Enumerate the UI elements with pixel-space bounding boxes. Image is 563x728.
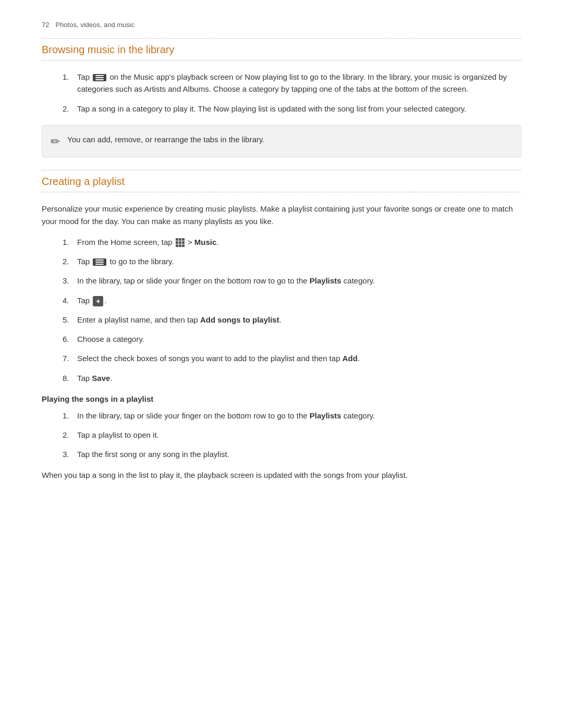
step-content: Tap the first song or any song in the pl…	[77, 448, 521, 460]
step-content: Enter a playlist name, and then tap Add …	[77, 314, 521, 326]
list-item: 2. Tap to go to the library.	[63, 255, 521, 267]
step-content: Select the check boxes of songs you want…	[77, 352, 521, 364]
add-songs-label: Add songs to playlist	[200, 315, 279, 324]
step-content: From the Home screen, tap > Music.	[77, 236, 521, 248]
plus-icon: +	[93, 296, 103, 306]
music-label: Music	[194, 238, 217, 246]
step-number: 5.	[63, 314, 77, 326]
step-content: Tap Save.	[77, 372, 521, 384]
step-number: 6.	[63, 333, 77, 345]
menu-icon	[93, 74, 106, 81]
subsection-heading: Playing the songs in a playlist	[42, 394, 521, 403]
section2-intro: Personalize your music experience by cre…	[42, 203, 521, 228]
step-number: 3.	[63, 275, 77, 287]
closing-text: When you tap a song in the list to play …	[42, 469, 521, 482]
playlists-label: Playlists	[310, 276, 341, 285]
page-header: 72 Photos, videos, and music	[42, 21, 521, 29]
step-number: 8.	[63, 372, 77, 384]
subsection-playing: Playing the songs in a playlist 1. In th…	[42, 394, 521, 482]
step-content: Choose a category.	[77, 333, 521, 345]
step-number: 1.	[63, 236, 77, 248]
step-content: In the library, tap or slide your finger…	[77, 275, 521, 287]
step-content: In the library, tap or slide your finger…	[77, 410, 521, 422]
step-content: Tap on the Music app's playback screen o…	[77, 71, 521, 95]
note-text: You can add, remove, or rearrange the ta…	[67, 134, 265, 146]
step-number: 2.	[63, 255, 77, 267]
step-number: 7.	[63, 352, 77, 364]
step-number: 3.	[63, 448, 77, 460]
step-number: 4.	[63, 294, 77, 306]
section1-title: Browsing music in the library	[42, 39, 521, 60]
section2-title: Creating a playlist	[42, 170, 521, 192]
step-number: 1.	[63, 410, 77, 422]
list-item: 2. Tap a song in a category to play it. …	[63, 103, 521, 115]
list-item: 8. Tap Save.	[63, 372, 521, 384]
section2-steps: 1. From the Home screen, tap > Music. 2.…	[63, 236, 521, 384]
list-item: 7. Select the check boxes of songs you w…	[63, 352, 521, 364]
pencil-icon: ✏	[51, 135, 60, 149]
step-content: Tap a playlist to open it.	[77, 429, 521, 441]
list-item: 5. Enter a playlist name, and then tap A…	[63, 314, 521, 326]
step-content: Tap to go to the library.	[77, 255, 521, 267]
menu-icon	[93, 258, 106, 266]
list-item: 1. In the library, tap or slide your fin…	[63, 410, 521, 422]
list-item: 6. Choose a category.	[63, 333, 521, 345]
note-box: ✏ You can add, remove, or rearrange the …	[42, 125, 521, 157]
playlists-label2: Playlists	[310, 411, 341, 420]
section-creating-playlist: Creating a playlist Personalize your mus…	[42, 170, 521, 482]
step-number: 2.	[63, 429, 77, 441]
step-content: Tap a song in a category to play it. The…	[77, 103, 521, 115]
subsection-steps: 1. In the library, tap or slide your fin…	[63, 410, 521, 461]
save-label: Save	[92, 374, 110, 382]
step-content: Tap +.	[77, 294, 521, 306]
list-item: 4. Tap +.	[63, 294, 521, 306]
list-item: 1. Tap on the Music app's playback scree…	[63, 71, 521, 95]
page-number: 72	[42, 21, 49, 29]
list-item: 2. Tap a playlist to open it.	[63, 429, 521, 441]
chapter-title: Photos, videos, and music	[55, 21, 134, 29]
step-number: 2.	[63, 103, 77, 115]
list-item: 3. In the library, tap or slide your fin…	[63, 275, 521, 287]
section1-steps: 1. Tap on the Music app's playback scree…	[63, 71, 521, 115]
list-item: 3. Tap the first song or any song in the…	[63, 448, 521, 460]
add-label: Add	[342, 354, 358, 363]
step-number: 1.	[63, 71, 77, 83]
grid-icon	[176, 238, 185, 247]
list-item: 1. From the Home screen, tap > Music.	[63, 236, 521, 248]
section-browsing: Browsing music in the library 1. Tap on …	[42, 38, 521, 157]
